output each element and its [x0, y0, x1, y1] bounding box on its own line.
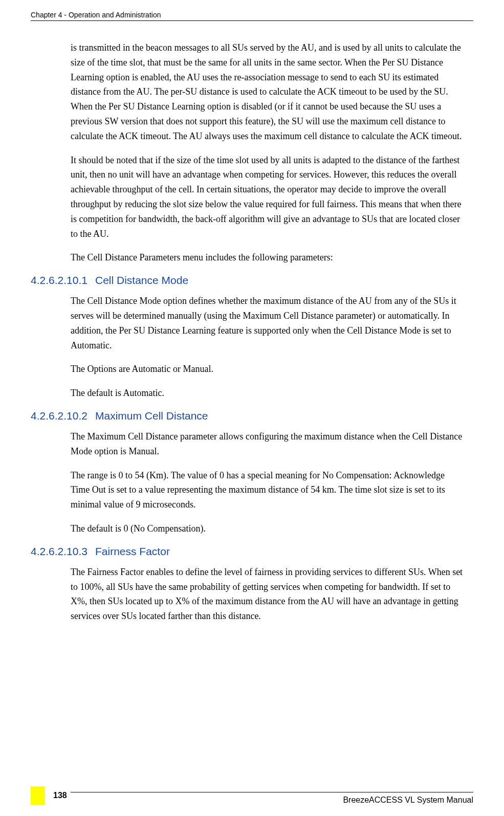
chapter-title: Chapter 4 - Operation and Administration [31, 11, 161, 19]
body-paragraph: is transmitted in the beacon messages to… [71, 40, 463, 144]
page-footer: BreezeACCESS VL System Manual [31, 792, 473, 805]
section-number: 4.2.6.2.10.3 [31, 545, 95, 558]
body-paragraph: It should be noted that if the size of t… [71, 153, 463, 241]
body-paragraph: The range is 0 to 54 (Km). The value of … [71, 468, 463, 512]
body-paragraph: The default is 0 (No Compensation). [71, 521, 463, 536]
body-paragraph: The default is Automatic. [71, 386, 463, 401]
section-number: 4.2.6.2.10.2 [31, 410, 95, 422]
body-paragraph: The Cell Distance Parameters menu includ… [71, 250, 463, 265]
section-heading-cell-distance-mode: 4.2.6.2.10.1 Cell Distance Mode [31, 274, 463, 286]
main-content: is transmitted in the beacon messages to… [31, 40, 473, 624]
section-title: Fairness Factor [95, 545, 170, 558]
page-marker-icon [31, 786, 45, 805]
body-paragraph: The Maximum Cell Distance parameter allo… [71, 429, 463, 459]
section-title: Maximum Cell Distance [95, 410, 208, 422]
section-heading-fairness-factor: 4.2.6.2.10.3 Fairness Factor [31, 545, 463, 558]
body-paragraph: The Cell Distance Mode option defines wh… [71, 294, 463, 352]
body-paragraph: The Fairness Factor enables to define th… [71, 565, 463, 624]
manual-title: BreezeACCESS VL System Manual [31, 792, 473, 805]
page-number-area: 138 [31, 786, 67, 805]
section-title: Cell Distance Mode [95, 274, 188, 286]
section-heading-maximum-cell-distance: 4.2.6.2.10.2 Maximum Cell Distance [31, 410, 463, 422]
page-header: Chapter 4 - Operation and Administration [31, 10, 473, 21]
body-paragraph: The Options are Automatic or Manual. [71, 362, 463, 377]
document-page: Chapter 4 - Operation and Administration… [0, 0, 504, 643]
page-number: 138 [53, 791, 67, 800]
section-number: 4.2.6.2.10.1 [31, 274, 95, 286]
